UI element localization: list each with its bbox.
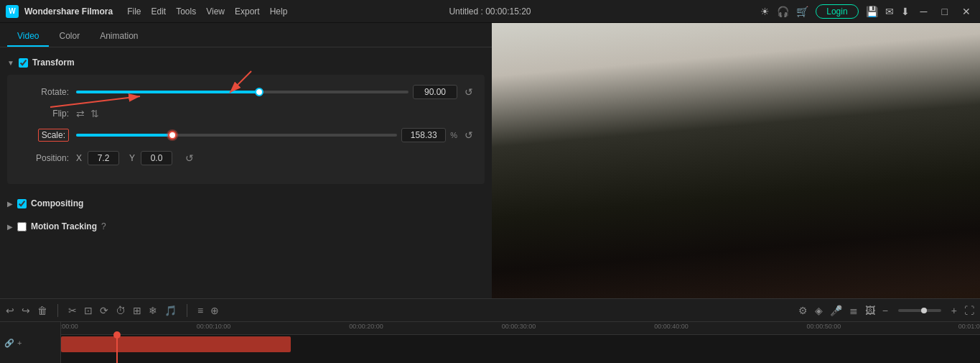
zoom-slider[interactable] — [898, 309, 941, 312]
flip-vertical-icon[interactable]: ⇅ — [90, 108, 99, 119]
scale-row: Scale: % ↺ — [19, 128, 473, 142]
compositing-collapse-arrow: ▶ — [7, 200, 13, 208]
position-reset-button[interactable]: ↺ — [185, 152, 194, 164]
redo-icon[interactable]: ↪ — [22, 305, 30, 316]
menu-bar: File Edit Tools View Export Help — [127, 6, 287, 17]
timeline-left-gutter: 🔗 + — [0, 322, 61, 363]
transform-title: Transform — [32, 58, 75, 68]
zoom-in-icon[interactable]: + — [951, 305, 957, 316]
position-x-label: X — [76, 153, 82, 163]
close-button[interactable]: ✕ — [958, 6, 974, 17]
ruler-2: 00:00:20:00 — [349, 323, 383, 330]
video-clip[interactable] — [61, 336, 291, 352]
motion-tracking-help-icon[interactable]: ? — [101, 221, 106, 231]
flip-label: Flip: — [19, 109, 69, 119]
mail-icon[interactable]: ✉ — [885, 6, 894, 17]
timeline-content: 🔗 + 00:00:00:00 00:00:10:00 00:00:20:00 … — [0, 322, 980, 363]
ruler-1: 00:00:10:00 — [197, 323, 231, 330]
menu-view[interactable]: View — [206, 6, 225, 17]
fit-icon[interactable]: ⊞ — [133, 305, 141, 316]
rotate-row: Rotate: ↺ — [19, 85, 473, 99]
scale-slider[interactable] — [76, 134, 397, 137]
crop-icon[interactable]: ⊡ — [84, 305, 93, 316]
freeze-icon[interactable]: ❄ — [149, 305, 157, 316]
titlebar: W Wondershare Filmora File Edit Tools Vi… — [0, 0, 980, 23]
headphone-icon[interactable]: 🎧 — [777, 6, 789, 17]
timeline-edit-icon[interactable]: ≡ — [197, 305, 203, 316]
scale-value[interactable] — [401, 128, 446, 142]
rotate-value[interactable] — [413, 85, 457, 99]
narration-icon[interactable]: ≣ — [849, 305, 858, 316]
ruler-6: 00:01:00:00 — [958, 323, 980, 330]
speed-icon[interactable]: ⏱ — [116, 305, 126, 316]
titlebar-right: ☀ 🎧 🛒 Login 💾 ✉ ⬇ ─ □ ✕ — [760, 4, 974, 19]
cut-icon[interactable]: ✂ — [68, 305, 77, 316]
position-x-value[interactable] — [88, 151, 119, 165]
rotate-slider[interactable] — [76, 91, 409, 93]
link-icon[interactable]: 🔗 — [4, 339, 14, 348]
timeline-toolbar: ↩ ↪ 🗑 ✂ ⊡ ⟳ ⏱ ⊞ ❄ 🎵 ≡ ⊕ ⚙ ◈ 🎤 ≣ 🖼 − + ⛶ — [0, 299, 980, 322]
menu-help[interactable]: Help — [270, 6, 288, 17]
position-label: Position: — [19, 153, 69, 163]
effects-icon[interactable]: ◈ — [815, 305, 823, 316]
ruler-5: 00:00:50:00 — [807, 323, 841, 330]
menu-file[interactable]: File — [127, 6, 141, 17]
menu-export[interactable]: Export — [235, 6, 260, 17]
time-cursor[interactable] — [116, 335, 118, 363]
fullscreen2-icon[interactable]: ⛶ — [964, 305, 974, 316]
scale-label: Scale: — [38, 129, 69, 142]
transform-enable-checkbox[interactable] — [19, 58, 28, 68]
save-icon[interactable]: 💾 — [866, 6, 878, 17]
video-preview — [492, 23, 980, 336]
magnet-icon[interactable]: ⊕ — [210, 305, 219, 316]
transform-box: Rotate: ↺ Flip: ⇄ ⇅ — [7, 75, 485, 184]
mic-icon[interactable]: 🎤 — [830, 305, 842, 316]
position-y-value[interactable] — [141, 151, 172, 165]
scale-reset-button[interactable]: ↺ — [465, 129, 473, 141]
motion-tracking-section: ▶ Motion Tracking ? — [7, 217, 485, 236]
rotate-reset-button[interactable]: ↺ — [465, 86, 473, 98]
tab-color[interactable]: Color — [49, 27, 90, 47]
flip-horizontal-icon[interactable]: ⇄ — [76, 108, 85, 119]
screenshot2-icon[interactable]: 🖼 — [865, 305, 875, 316]
brightness-icon[interactable]: ☀ — [760, 6, 770, 17]
minimize-button[interactable]: ─ — [917, 6, 931, 17]
motion-tracking-enable-checkbox[interactable] — [17, 222, 27, 231]
flip-icons: ⇄ ⇅ — [76, 108, 99, 119]
toolbar-divider-1 — [57, 304, 58, 317]
menu-tools[interactable]: Tools — [176, 6, 196, 17]
cart-icon[interactable]: 🛒 — [796, 6, 808, 17]
download-icon[interactable]: ⬇ — [901, 6, 910, 17]
loop-icon[interactable]: ⟳ — [100, 305, 108, 316]
transform-section-header[interactable]: ▼ Transform — [7, 53, 485, 72]
undo-icon[interactable]: ↩ — [6, 305, 14, 316]
motion-collapse-arrow: ▶ — [7, 223, 13, 231]
timeline: ↩ ↪ 🗑 ✂ ⊡ ⟳ ⏱ ⊞ ❄ 🎵 ≡ ⊕ ⚙ ◈ 🎤 ≣ 🖼 − + ⛶ … — [0, 298, 980, 363]
position-y-label: Y — [129, 153, 135, 163]
login-button[interactable]: Login — [816, 4, 858, 19]
tab-video[interactable]: Video — [7, 27, 49, 47]
add-track-icon[interactable]: + — [17, 339, 22, 347]
tab-animation[interactable]: Animation — [90, 27, 148, 47]
transform-collapse-arrow: ▼ — [7, 59, 14, 67]
delete-icon[interactable]: 🗑 — [37, 305, 47, 316]
maximize-button[interactable]: □ — [938, 6, 951, 17]
property-tabs: Video Color Animation — [0, 23, 492, 47]
zoom-thumb — [921, 308, 927, 313]
settings-icon[interactable]: ⚙ — [798, 305, 808, 316]
track-area — [61, 335, 980, 363]
ruler-4: 00:00:40:00 — [654, 323, 689, 330]
position-row: Position: X Y ↺ — [19, 151, 473, 165]
zoom-out-icon[interactable]: − — [882, 305, 888, 316]
compositing-enable-checkbox[interactable] — [17, 199, 27, 208]
menu-edit[interactable]: Edit — [151, 6, 166, 17]
track-controls-row: 🔗 + — [4, 339, 56, 348]
app-name: Wondershare Filmora — [24, 6, 113, 17]
properties-panel: ▼ Transform Rotate: ↺ Flip: — [0, 47, 492, 329]
compositing-section-header[interactable]: ▶ Compositing — [7, 194, 485, 213]
compositing-section: ▶ Compositing — [7, 190, 485, 217]
audio-edit-icon[interactable]: 🎵 — [164, 305, 177, 316]
timeline-ruler: 00:00:00:00 00:00:10:00 00:00:20:00 00:0… — [61, 322, 980, 335]
preview-canvas — [492, 23, 980, 336]
scale-unit: % — [450, 131, 457, 139]
